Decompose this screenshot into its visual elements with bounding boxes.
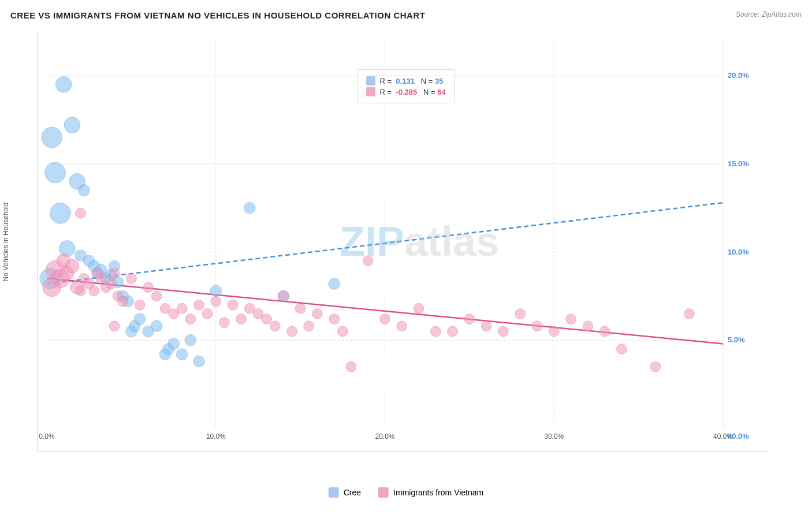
- bottom-legend-vietnam: Immigrants from Vietnam: [378, 487, 483, 498]
- svg-point-20: [42, 127, 62, 148]
- svg-text:15.0%: 15.0%: [728, 159, 749, 168]
- svg-point-96: [337, 326, 348, 337]
- bottom-legend-cree: Cree: [329, 487, 361, 498]
- svg-point-98: [363, 256, 373, 266]
- svg-text:5.0%: 5.0%: [728, 335, 745, 344]
- svg-point-103: [448, 326, 458, 337]
- svg-point-85: [236, 314, 247, 324]
- svg-point-91: [286, 326, 297, 337]
- svg-point-100: [397, 321, 407, 331]
- svg-text:30.0%: 30.0%: [544, 432, 564, 441]
- svg-point-74: [143, 282, 154, 293]
- svg-point-92: [295, 303, 306, 314]
- svg-point-81: [202, 308, 213, 319]
- svg-point-108: [532, 321, 542, 331]
- svg-point-51: [244, 202, 255, 214]
- svg-point-82: [211, 296, 221, 307]
- svg-point-111: [583, 321, 593, 331]
- svg-text:20.0%: 20.0%: [375, 432, 394, 441]
- svg-point-64: [89, 286, 99, 296]
- source-label: Source: ZipAtlas.com: [736, 10, 802, 18]
- bottom-legend-cree-label: Cree: [344, 488, 361, 497]
- y-axis-label: No Vehicles in Household: [0, 32, 12, 451]
- svg-point-78: [177, 303, 187, 314]
- svg-point-79: [185, 314, 196, 324]
- svg-point-80: [193, 300, 204, 310]
- svg-point-90: [278, 291, 289, 301]
- svg-point-49: [193, 356, 204, 367]
- svg-text:20.0%: 20.0%: [728, 71, 749, 80]
- svg-point-95: [329, 314, 340, 324]
- chart-area: ZIPatlas R = 0.131 N = 35 R = -0.285 N =…: [38, 32, 769, 451]
- svg-point-101: [414, 303, 424, 314]
- svg-point-48: [185, 334, 196, 346]
- svg-point-68: [106, 279, 116, 289]
- svg-point-93: [304, 321, 314, 331]
- svg-point-113: [616, 344, 627, 354]
- svg-point-41: [134, 314, 146, 325]
- svg-point-73: [135, 300, 145, 310]
- svg-text:40.0%: 40.0%: [728, 432, 749, 441]
- svg-point-116: [43, 278, 61, 297]
- chart-title: CREE VS IMMIGRANTS FROM VIETNAM NO VEHIC…: [10, 10, 425, 20]
- bottom-legend-vietnam-label: Immigrants from Vietnam: [393, 488, 483, 497]
- svg-text:10.0%: 10.0%: [728, 248, 749, 256]
- svg-point-114: [650, 361, 661, 372]
- svg-point-115: [684, 308, 694, 319]
- svg-point-25: [64, 117, 80, 133]
- svg-point-28: [78, 185, 90, 196]
- svg-point-110: [566, 314, 576, 324]
- svg-point-99: [380, 314, 390, 324]
- svg-point-53: [329, 278, 340, 290]
- svg-point-75: [151, 291, 162, 301]
- svg-point-50: [210, 285, 222, 297]
- svg-point-112: [599, 326, 610, 337]
- svg-point-61: [76, 208, 86, 218]
- svg-point-102: [430, 326, 441, 337]
- bottom-legend-cree-box: [329, 487, 339, 498]
- svg-point-109: [549, 326, 559, 337]
- svg-point-46: [168, 338, 180, 349]
- svg-point-94: [312, 308, 322, 319]
- svg-point-71: [118, 296, 128, 307]
- bottom-legend-vietnam-box: [378, 487, 389, 498]
- svg-point-23: [55, 76, 72, 92]
- svg-point-118: [109, 321, 120, 331]
- svg-point-47: [176, 349, 188, 360]
- svg-point-117: [76, 286, 86, 296]
- chart-container: CREE VS IMMIGRANTS FROM VIETNAM NO VEHIC…: [0, 0, 812, 515]
- svg-text:10.0%: 10.0%: [206, 432, 226, 441]
- svg-text:0.0%: 0.0%: [39, 432, 55, 441]
- svg-point-97: [346, 361, 356, 372]
- svg-point-106: [498, 326, 508, 337]
- svg-point-89: [270, 321, 280, 331]
- svg-point-105: [481, 321, 491, 331]
- svg-point-69: [109, 268, 120, 278]
- svg-point-83: [219, 318, 229, 328]
- scatter-plot-svg: 5.0%10.0%15.0%20.0%0.0%10.0%20.0%30.0%40…: [38, 32, 769, 451]
- svg-point-21: [45, 162, 66, 183]
- svg-point-43: [151, 320, 162, 332]
- svg-point-84: [228, 300, 238, 310]
- svg-point-22: [50, 203, 70, 223]
- svg-point-72: [126, 273, 136, 283]
- svg-point-88: [262, 314, 272, 324]
- svg-point-59: [65, 259, 79, 273]
- svg-point-107: [515, 308, 526, 319]
- svg-point-104: [464, 314, 475, 324]
- bottom-legend: Cree Immigrants from Vietnam: [329, 487, 483, 498]
